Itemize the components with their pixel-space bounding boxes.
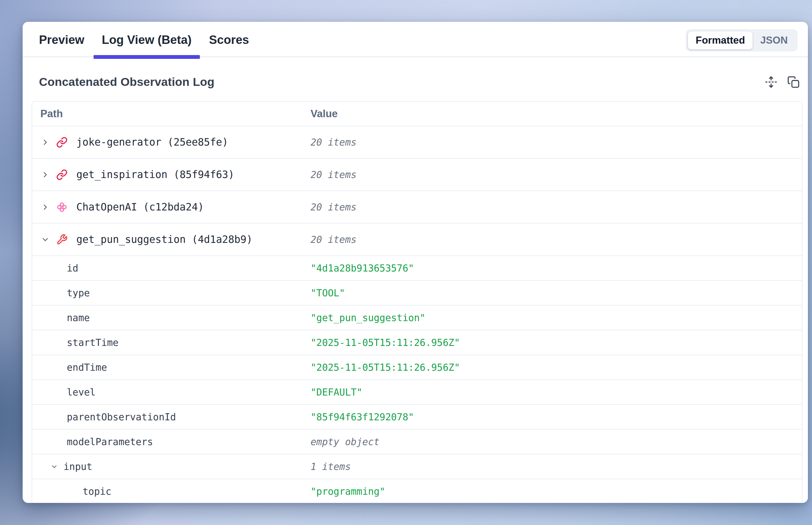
format-toggle: Formatted JSON <box>686 29 798 51</box>
value-text: "DEFAULT" <box>311 387 363 398</box>
toggle-formatted[interactable]: Formatted <box>688 31 753 49</box>
header-actions <box>765 76 800 88</box>
table-row[interactable]: name "get_pun_suggestion" <box>32 305 802 330</box>
path-cell: name <box>32 312 311 323</box>
copy-icon[interactable] <box>787 76 800 88</box>
value-cell: 20 items <box>311 137 802 148</box>
table-row[interactable]: parentObservationId "85f94f63f1292078" <box>32 405 802 430</box>
log-view-panel: Preview Log View (Beta) Scores Formatted… <box>23 22 808 503</box>
value-text: empty object <box>311 436 380 447</box>
value-cell: 20 items <box>311 169 802 180</box>
table-row[interactable]: id "4d1a28b913653576" <box>32 256 802 281</box>
model-icon <box>56 201 68 213</box>
value-text: 20 items <box>311 202 357 213</box>
path-cell: topic <box>32 486 311 497</box>
table-row[interactable]: get_pun_suggestion (4d1a28b9) 20 items <box>32 224 802 256</box>
path-cell: level <box>32 387 311 398</box>
path-key: topic <box>83 486 111 497</box>
path-key: level <box>67 387 95 398</box>
path-cell: modelParameters <box>32 436 311 447</box>
value-cell: 1 items <box>311 461 802 472</box>
path-key: get_inspiration (85f94f63) <box>76 169 234 180</box>
value-cell: "2025-11-05T15:11:26.956Z" <box>311 362 802 373</box>
value-text: 20 items <box>311 169 357 180</box>
path-cell: input <box>32 461 311 472</box>
page-title: Concatenated Observation Log <box>39 75 215 89</box>
path-key: endTime <box>67 362 107 373</box>
path-cell: endTime <box>32 362 311 373</box>
wrench-icon <box>56 234 68 245</box>
observation-log-table: Path Value joke-generator (25ee85fe) 20 … <box>32 101 802 503</box>
value-cell: "DEFAULT" <box>311 387 802 398</box>
table-row[interactable]: ChatOpenAI (c12bda24) 20 items <box>32 191 802 224</box>
table-row[interactable]: startTime "2025-11-05T15:11:26.956Z" <box>32 330 802 355</box>
unfold-vertical-icon[interactable] <box>765 76 777 88</box>
table-row[interactable]: get_inspiration (85f94f63) 20 items <box>32 159 802 191</box>
path-key: parentObservationId <box>67 411 176 422</box>
path-key: input <box>63 461 92 472</box>
table-row[interactable]: level "DEFAULT" <box>32 380 802 405</box>
value-text: "programming" <box>311 486 385 497</box>
table-body: joke-generator (25ee85fe) 20 items get_i… <box>32 126 802 503</box>
value-text: "4d1a28b913653576" <box>311 263 414 274</box>
path-key: ChatOpenAI (c12bda24) <box>76 201 204 213</box>
value-text: 20 items <box>311 234 357 245</box>
path-cell: parentObservationId <box>32 411 311 422</box>
path-key: name <box>67 312 90 323</box>
path-cell: id <box>32 263 311 274</box>
path-cell: ChatOpenAI (c12bda24) <box>32 201 311 213</box>
link-icon <box>56 169 68 180</box>
value-cell: "85f94f63f1292078" <box>311 411 802 422</box>
tab-preview[interactable]: Preview <box>30 33 93 57</box>
value-text: "TOOL" <box>311 288 345 299</box>
path-cell: get_pun_suggestion (4d1a28b9) <box>32 234 311 245</box>
value-cell: "programming" <box>311 486 802 497</box>
path-key: type <box>67 288 90 299</box>
tabs: Preview Log View (Beta) Scores <box>30 22 258 57</box>
path-cell: startTime <box>32 337 311 348</box>
table-row[interactable]: input 1 items <box>32 454 802 479</box>
path-cell: get_inspiration (85f94f63) <box>32 169 311 180</box>
path-key: startTime <box>67 337 119 348</box>
column-header-value: Value <box>311 108 338 120</box>
value-cell: 20 items <box>311 202 802 213</box>
value-cell: empty object <box>311 436 802 447</box>
table-row[interactable]: modelParameters empty object <box>32 430 802 454</box>
value-cell: "2025-11-05T15:11:26.956Z" <box>311 337 802 348</box>
value-text: 20 items <box>311 137 357 148</box>
path-key: get_pun_suggestion (4d1a28b9) <box>76 234 252 245</box>
chevron-right-icon[interactable] <box>41 138 50 147</box>
chevron-right-icon[interactable] <box>41 203 50 211</box>
section-header: Concatenated Observation Log <box>39 75 800 89</box>
chevron-right-icon[interactable] <box>41 170 50 179</box>
table-row[interactable]: endTime "2025-11-05T15:11:26.956Z" <box>32 355 802 380</box>
table-row[interactable]: type "TOOL" <box>32 281 802 305</box>
chevron-down-icon[interactable] <box>50 463 58 470</box>
chevron-down-icon[interactable] <box>41 235 50 244</box>
value-cell: "4d1a28b913653576" <box>311 263 802 274</box>
value-cell: 20 items <box>311 234 802 245</box>
table-row[interactable]: topic "programming" <box>32 479 802 503</box>
value-text: 1 items <box>311 461 351 472</box>
toggle-json[interactable]: JSON <box>753 31 795 49</box>
path-key: id <box>67 263 78 274</box>
path-key: modelParameters <box>67 436 153 447</box>
path-key: joke-generator (25ee85fe) <box>76 136 228 148</box>
value-text: "2025-11-05T15:11:26.956Z" <box>311 362 460 373</box>
table-header-row: Path Value <box>32 102 802 126</box>
link-icon <box>56 137 68 148</box>
tab-scores[interactable]: Scores <box>201 33 258 57</box>
table-row[interactable]: joke-generator (25ee85fe) 20 items <box>32 126 802 159</box>
value-cell: "get_pun_suggestion" <box>311 312 802 323</box>
value-text: "85f94f63f1292078" <box>311 411 414 422</box>
value-text: "get_pun_suggestion" <box>311 312 425 323</box>
value-cell: "TOOL" <box>311 288 802 299</box>
tab-log-view[interactable]: Log View (Beta) <box>93 33 200 57</box>
column-header-path: Path <box>40 108 63 120</box>
path-cell: joke-generator (25ee85fe) <box>32 136 311 148</box>
path-cell: type <box>32 288 311 299</box>
tab-bar: Preview Log View (Beta) Scores Formatted… <box>23 22 808 57</box>
value-text: "2025-11-05T15:11:26.956Z" <box>311 337 460 348</box>
